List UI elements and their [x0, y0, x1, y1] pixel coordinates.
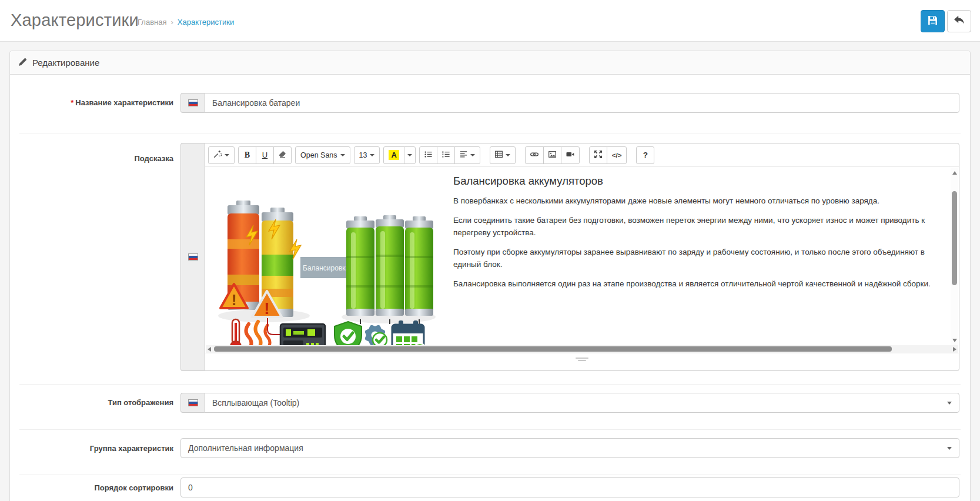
- text-color-button[interactable]: A: [383, 146, 404, 164]
- code-view-button[interactable]: </>: [607, 146, 627, 164]
- help-button[interactable]: ?: [636, 146, 654, 164]
- name-field-label: *Название характеристики: [19, 98, 173, 107]
- chevron-down-icon: [407, 154, 412, 156]
- ordered-list-icon: [442, 151, 450, 160]
- horizontal-scrollbar-thumb[interactable]: [214, 346, 892, 352]
- back-arrow-icon: [954, 15, 965, 27]
- balanced-batteries: [346, 215, 433, 324]
- attribute-group-control: Дополнительная информация: [180, 438, 959, 458]
- scroll-left-arrow[interactable]: [208, 347, 211, 352]
- attribute-group-select[interactable]: Дополнительная информация: [180, 438, 959, 458]
- scroll-right-arrow[interactable]: [953, 347, 956, 352]
- help-icon: ?: [643, 151, 648, 159]
- video-icon: [566, 151, 574, 160]
- save-button[interactable]: [921, 10, 945, 32]
- language-flag-addon: [180, 393, 205, 413]
- text-color-dropdown[interactable]: [404, 146, 416, 164]
- breadcrumb-current-link[interactable]: Характеристики: [178, 18, 234, 26]
- tooltip-paragraph: Если соединить такие батареи без подгото…: [453, 215, 934, 239]
- sort-order-label: Порядок сортировки: [19, 483, 173, 492]
- wysiwyg-editor: B U Open Sans 13: [205, 143, 959, 371]
- form-divider: [19, 133, 961, 133]
- editor-toolbar: B U Open Sans 13: [205, 143, 959, 167]
- fullscreen-button[interactable]: [589, 146, 607, 164]
- flames-icon: [246, 322, 270, 345]
- attribute-edit-page: Характеристики Главная › Характеристики …: [0, 0, 980, 501]
- svg-text:!: !: [264, 299, 269, 318]
- paragraph-align-icon: [460, 151, 467, 160]
- breadcrumb-home-link[interactable]: Главная: [138, 18, 166, 26]
- russian-flag-icon: [188, 399, 198, 406]
- underline-icon: U: [262, 151, 267, 159]
- breadcrumb: Главная › Характеристики: [138, 18, 234, 26]
- paragraph-align-button[interactable]: [454, 146, 480, 164]
- chevron-down-icon: [370, 154, 374, 156]
- font-name-dropdown[interactable]: Open Sans: [295, 146, 350, 164]
- form-divider: [19, 475, 961, 475]
- page-title: Характеристики: [11, 11, 139, 30]
- text-color-icon: A: [389, 150, 399, 160]
- font-name-value: Open Sans: [300, 151, 337, 159]
- tooltip-paragraph: Поэтому при сборке аккумуляторы заранее …: [453, 246, 934, 271]
- magic-wand-icon: [213, 151, 222, 160]
- tooltip-paragraph: В повербанках с несколькими аккумулятора…: [453, 195, 934, 208]
- sort-order-input[interactable]: [180, 477, 959, 497]
- russian-flag-icon: [188, 99, 198, 106]
- page-header: Характеристики Главная › Характеристики: [0, 0, 980, 42]
- table-icon: [495, 151, 503, 160]
- unordered-list-icon: [424, 151, 432, 160]
- tooltip-image[interactable]: ! ! Балансировка: [212, 175, 437, 345]
- scroll-up-arrow[interactable]: [952, 171, 957, 175]
- name-input[interactable]: [205, 93, 959, 113]
- display-type-select[interactable]: Всплывающая (Tooltip): [205, 393, 959, 413]
- calendar-check-icon: [392, 320, 426, 345]
- editor-text: Балансировка аккумуляторов В повербанках…: [446, 168, 952, 345]
- vertical-scrollbar-thumb[interactable]: [952, 191, 957, 285]
- unordered-list-button[interactable]: [419, 146, 437, 164]
- tooltip-paragraph: Балансировка выполняется один раз на эта…: [453, 278, 934, 290]
- editor-resize-grip[interactable]: [576, 358, 588, 361]
- font-size-value: 13: [359, 151, 367, 159]
- link-icon: [530, 151, 539, 160]
- chevron-down-icon: [340, 154, 345, 156]
- back-button[interactable]: [947, 10, 971, 32]
- svg-text:!: !: [232, 291, 237, 309]
- russian-flag-icon: [188, 253, 198, 260]
- insert-link-button[interactable]: [525, 146, 544, 164]
- pencil-icon: [19, 58, 27, 68]
- display-type-group: Всплывающая (Tooltip): [180, 393, 959, 413]
- form-divider: [19, 384, 961, 385]
- tooltip-field-label: Подсказка: [19, 154, 173, 163]
- chevron-down-icon: [506, 154, 510, 156]
- insert-picture-button[interactable]: [543, 146, 561, 164]
- code-view-icon: </>: [612, 152, 622, 159]
- bold-button[interactable]: B: [238, 146, 256, 164]
- bms-device-icon: [280, 324, 325, 345]
- shield-check-icon: [335, 322, 362, 345]
- gear-check-icon: [364, 325, 387, 345]
- required-asterisk: *: [71, 98, 73, 107]
- edit-panel: Редактирование *Название характеристики …: [9, 51, 971, 501]
- chevron-down-icon: [225, 154, 229, 156]
- panel-heading: Редактирование: [10, 51, 970, 75]
- font-size-dropdown[interactable]: 13: [354, 146, 380, 164]
- chevron-down-icon: [470, 154, 475, 156]
- clear-formatting-button[interactable]: [273, 146, 292, 164]
- editor-vertical-scrollbar[interactable]: [951, 168, 958, 345]
- svg-text:Балансировка: Балансировка: [303, 264, 350, 272]
- bold-icon: B: [245, 151, 250, 160]
- style-dropdown-button[interactable]: [208, 146, 235, 164]
- scroll-down-arrow[interactable]: [952, 339, 957, 342]
- panel-heading-label: Редактирование: [32, 58, 99, 68]
- ordered-list-button[interactable]: [437, 146, 455, 164]
- underline-button[interactable]: U: [256, 146, 274, 164]
- tooltip-heading: Балансировка аккумуляторов: [453, 175, 934, 188]
- insert-video-button[interactable]: [561, 146, 580, 164]
- table-button[interactable]: [490, 146, 516, 164]
- name-input-group: [180, 93, 959, 113]
- eraser-icon: [279, 151, 286, 160]
- editor-content-area[interactable]: ! ! Балансировка: [205, 168, 952, 345]
- language-flag-addon: [180, 93, 205, 113]
- fullscreen-icon: [594, 151, 602, 160]
- editor-horizontal-scrollbar[interactable]: [206, 345, 958, 353]
